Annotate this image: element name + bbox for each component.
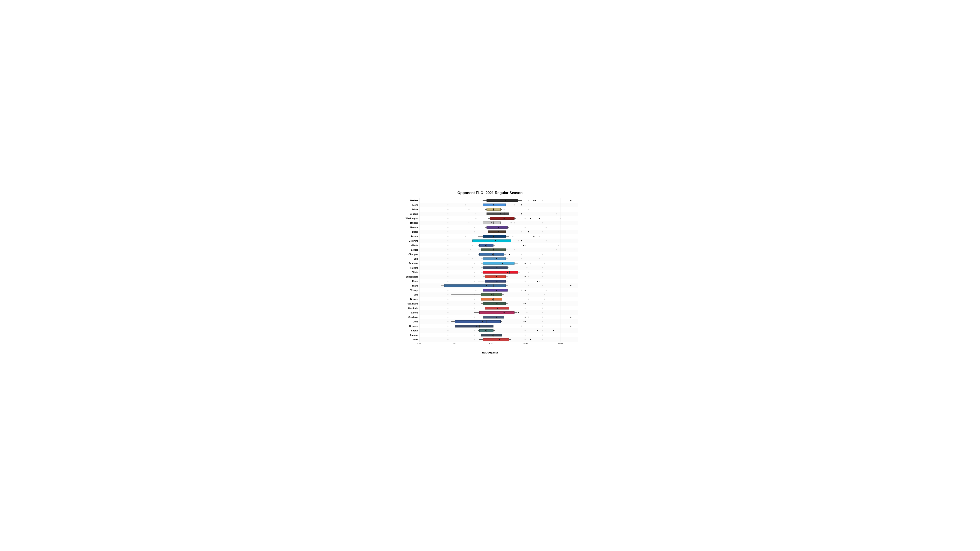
y-label-raiders: Raiders <box>402 221 420 225</box>
outlier-dot <box>521 240 522 241</box>
y-label-cowboys: Cowboys <box>402 315 420 319</box>
boxplot-row-washington <box>420 216 578 221</box>
median-line <box>497 275 497 278</box>
outlier-dot <box>570 200 571 201</box>
mean-dot <box>496 267 498 268</box>
median-line <box>479 325 480 327</box>
gray-dot <box>546 290 547 291</box>
gray-dot <box>556 249 557 250</box>
box-rect <box>479 253 504 256</box>
gray-dot <box>558 245 559 246</box>
y-label-patriots: Patriots <box>402 265 420 270</box>
whisker-hi <box>502 294 504 295</box>
gray-dot <box>447 245 449 246</box>
mean-dot <box>493 236 494 237</box>
gray-dot <box>447 249 449 250</box>
box-rect <box>483 262 515 265</box>
gray-dot <box>542 285 543 286</box>
box-rect <box>483 257 506 260</box>
outlier-dot <box>523 245 524 246</box>
whisker-lo <box>478 254 480 254</box>
outlier-dot <box>570 326 571 327</box>
gray-dot <box>544 299 545 300</box>
boxplot-row-vikings <box>420 288 578 292</box>
gray-dot <box>523 303 524 304</box>
plot-area <box>420 198 578 342</box>
gray-dot <box>447 267 449 268</box>
boxplot-row-falcons <box>420 310 578 315</box>
mean-dot <box>500 213 501 214</box>
box-rect <box>483 204 506 206</box>
whisker-hi <box>506 276 508 277</box>
outlier-dot <box>525 303 525 304</box>
gray-dot <box>503 209 504 210</box>
median-line <box>493 284 494 287</box>
boxplot-row-lions <box>420 203 578 207</box>
box-rect <box>483 289 508 292</box>
whisker-lo <box>479 335 481 335</box>
mean-dot <box>492 254 493 255</box>
whisker-hi <box>493 330 495 331</box>
gray-dot <box>470 249 471 250</box>
outlier-dot <box>535 200 536 201</box>
gray-dot <box>447 272 449 273</box>
y-label-falcons: Falcons <box>402 310 420 315</box>
boxplot-row-49ers <box>420 337 578 342</box>
mean-dot <box>502 263 503 264</box>
mean-dot <box>493 249 494 250</box>
whisker-hi <box>509 339 511 340</box>
outlier-dot <box>521 213 522 214</box>
whisker-hi <box>508 290 509 291</box>
gray-dot <box>528 294 529 295</box>
median-line <box>497 316 497 319</box>
box-rect <box>481 334 502 337</box>
gray-dot <box>447 326 449 327</box>
whisker-hi <box>504 254 506 254</box>
box-rect <box>481 298 502 301</box>
outlier-dot <box>539 218 539 219</box>
gray-dot <box>525 330 525 331</box>
whisker-hi <box>501 223 504 223</box>
mean-dot <box>505 200 506 201</box>
gray-dot <box>525 281 525 282</box>
whisker-hi <box>506 281 508 281</box>
gray-dot <box>528 276 529 277</box>
y-label-49ers: 49ers <box>402 337 420 342</box>
whisker-lo <box>474 313 480 313</box>
box-rect <box>483 267 508 269</box>
y-label-titans: Titans <box>402 283 420 288</box>
whisker-lo <box>453 326 455 326</box>
x-tick-label-1300: 1300 <box>417 342 422 345</box>
whisker-hi <box>508 268 509 268</box>
median-line <box>497 257 497 260</box>
mean-dot <box>485 330 486 331</box>
median-line <box>501 240 501 242</box>
mean-dot <box>491 294 492 295</box>
boxplot-row-bills <box>420 257 578 261</box>
whisker-hi <box>511 241 514 241</box>
gray-dot <box>556 213 557 214</box>
median-line <box>499 307 499 310</box>
whisker-lo <box>481 263 483 264</box>
x-axis-title: ELO Against <box>402 351 578 354</box>
gray-dot <box>474 232 475 232</box>
y-label-bills: Bills <box>402 257 420 261</box>
gray-dot <box>542 317 543 318</box>
y-label-steelers: Steelers <box>402 198 420 203</box>
y-label-jets: Jets <box>402 292 420 297</box>
whisker-lo <box>485 209 487 210</box>
boxplot-row-rams <box>420 279 578 283</box>
y-label-ravens: Ravens <box>402 225 420 230</box>
boxplot-row-bears <box>420 230 578 234</box>
gray-dot <box>521 326 522 327</box>
whisker-lo <box>488 218 490 219</box>
whisker-hi <box>506 303 508 304</box>
x-tick-label-1700: 1700 <box>558 342 563 345</box>
gray-dot <box>447 281 449 282</box>
y-label-texans: Texans <box>402 234 420 238</box>
gray-dot <box>447 321 449 322</box>
outlier-dot <box>525 321 525 322</box>
gray-dot <box>447 330 449 331</box>
mean-dot <box>495 240 496 241</box>
mean-dot <box>492 299 493 300</box>
